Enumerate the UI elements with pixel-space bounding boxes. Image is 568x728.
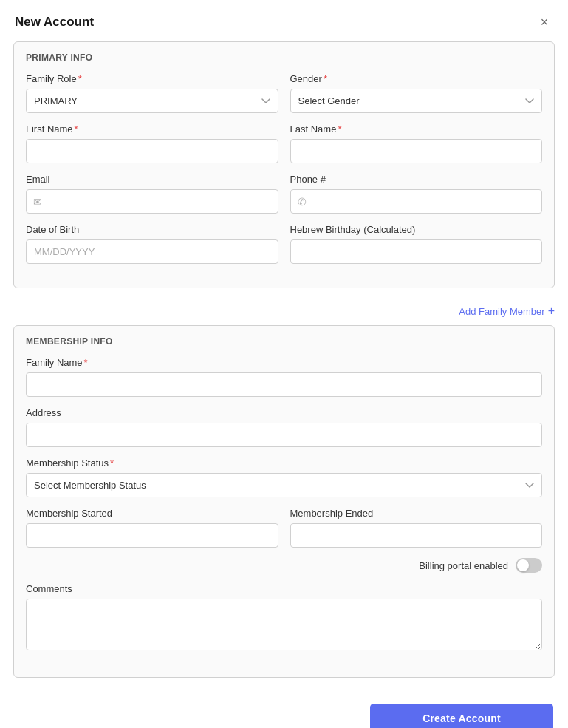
phone-input-wrapper: ✆: [290, 189, 543, 214]
email-group: Email ✉: [26, 174, 278, 214]
membership-status-required: *: [110, 457, 114, 469]
new-account-modal: New Account × PRIMARY Info Family Role* …: [0, 0, 568, 728]
last-name-required: *: [338, 123, 341, 135]
add-family-member-button[interactable]: Add Family Member +: [459, 305, 555, 318]
email-input-wrapper: ✉: [26, 189, 278, 214]
family-role-group: Family Role* PRIMARY: [26, 73, 278, 113]
membership-status-select[interactable]: Select Membership Status Active Inactive…: [26, 473, 542, 497]
membership-started-label: Membership Started: [26, 508, 278, 519]
family-name-group: Family Name*: [26, 357, 542, 397]
dob-group: Date of Birth: [26, 224, 278, 264]
family-role-gender-row: Family Role* PRIMARY Gender* Select Gend…: [26, 73, 542, 113]
create-account-button[interactable]: Create Account: [370, 704, 553, 728]
membership-status-group: Membership Status* Select Membership Sta…: [26, 457, 542, 497]
gender-group: Gender* Select Gender Male Female Other: [290, 73, 543, 113]
billing-portal-label: Billing portal enabled: [419, 560, 508, 571]
first-name-group: First Name*: [26, 123, 278, 163]
last-name-group: Last Name*: [290, 123, 543, 163]
membership-section-label: Membership Info: [26, 336, 542, 347]
billing-portal-toggle[interactable]: [516, 558, 542, 573]
hebrew-birthday-input[interactable]: [290, 239, 543, 264]
primary-section-label: PRIMARY Info: [26, 52, 542, 63]
first-name-input[interactable]: [26, 139, 278, 163]
phone-group: Phone # ✆: [290, 174, 543, 214]
hebrew-birthday-group: Hebrew Birthday (Calculated): [290, 224, 543, 264]
phone-label: Phone #: [290, 174, 543, 185]
email-phone-row: Email ✉ Phone # ✆: [26, 174, 542, 214]
modal-footer: Create Account: [0, 693, 568, 728]
dob-label: Date of Birth: [26, 224, 278, 235]
comments-group: Comments: [26, 583, 542, 653]
membership-ended-input[interactable]: [290, 523, 543, 548]
phone-input[interactable]: [290, 189, 543, 214]
last-name-input[interactable]: [290, 139, 543, 163]
first-name-required: *: [75, 123, 78, 135]
gender-label: Gender*: [290, 73, 543, 84]
comments-label: Comments: [26, 583, 542, 594]
comments-input[interactable]: [26, 599, 542, 650]
last-name-label: Last Name*: [290, 123, 543, 135]
modal-title: New Account: [15, 15, 94, 30]
family-role-required: *: [78, 73, 82, 84]
first-name-label: First Name*: [26, 123, 278, 135]
add-family-member-label: Add Family Member: [459, 306, 544, 317]
hebrew-birthday-label: Hebrew Birthday (Calculated): [290, 224, 543, 235]
add-family-member-row: Add Family Member +: [13, 300, 555, 325]
family-role-label: Family Role*: [26, 73, 278, 84]
dob-row: Date of Birth Hebrew Birthday (Calculate…: [26, 224, 542, 264]
dob-input[interactable]: [26, 239, 278, 264]
primary-info-section: PRIMARY Info Family Role* PRIMARY Gender…: [13, 41, 555, 288]
address-input[interactable]: [26, 423, 542, 447]
family-role-select[interactable]: PRIMARY: [26, 89, 278, 113]
email-input[interactable]: [26, 189, 278, 214]
membership-ended-group: Membership Ended: [290, 508, 543, 548]
family-name-input[interactable]: [26, 372, 542, 397]
family-name-required: *: [84, 357, 88, 368]
modal-body: PRIMARY Info Family Role* PRIMARY Gender…: [0, 41, 568, 693]
membership-status-label: Membership Status*: [26, 457, 542, 469]
membership-dates-row: Membership Started Membership Ended: [26, 508, 542, 548]
email-label: Email: [26, 174, 278, 185]
address-label: Address: [26, 407, 542, 418]
membership-started-input[interactable]: [26, 523, 278, 548]
membership-ended-label: Membership Ended: [290, 508, 543, 519]
close-button[interactable]: ×: [536, 13, 553, 31]
modal-header: New Account ×: [0, 0, 568, 41]
family-name-label: Family Name*: [26, 357, 542, 368]
membership-started-group: Membership Started: [26, 508, 278, 548]
billing-portal-row: Billing portal enabled: [26, 558, 542, 573]
name-row: First Name* Last Name*: [26, 123, 542, 163]
address-group: Address: [26, 407, 542, 447]
membership-info-section: Membership Info Family Name* Address Mem…: [13, 325, 555, 678]
gender-required: *: [324, 73, 327, 84]
plus-icon: +: [548, 305, 555, 318]
gender-select[interactable]: Select Gender Male Female Other: [290, 89, 543, 113]
